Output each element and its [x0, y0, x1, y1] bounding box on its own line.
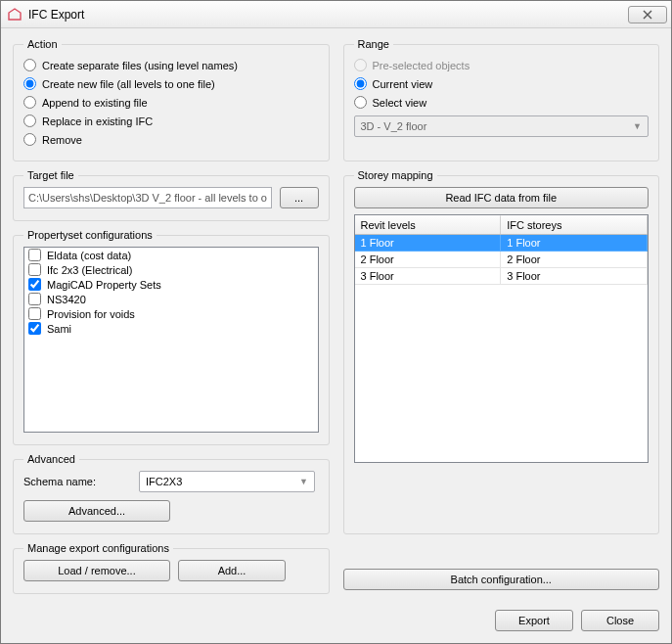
schema-label: Schema name:: [23, 476, 131, 487]
range-option-select[interactable]: Select view: [354, 93, 650, 112]
pset-check[interactable]: [28, 263, 41, 276]
action-label: Append to existing file: [42, 97, 148, 109]
action-radio[interactable]: [23, 77, 36, 90]
footer: Export Close: [1, 604, 671, 643]
browse-button[interactable]: ...: [280, 187, 319, 208]
chevron-down-icon: ▼: [633, 121, 642, 131]
list-item[interactable]: Ifc 2x3 (Electrical): [24, 262, 318, 277]
range-group: Range Pre-selected objects Current view …: [343, 38, 660, 161]
storey-body: 1 Floor 1 Floor 2 Floor 2 Floor 3 Floor …: [355, 235, 649, 462]
list-item[interactable]: MagiCAD Property Sets: [24, 277, 318, 292]
storey-header-right[interactable]: IFC storeys: [501, 215, 648, 234]
titlebar: IFC Export: [1, 1, 671, 28]
action-radio[interactable]: [23, 96, 36, 109]
propertyset-group: Propertyset configurations Eldata (cost …: [13, 229, 330, 445]
pset-check[interactable]: [28, 249, 41, 261]
cell-ifc: 3 Floor: [501, 268, 648, 285]
svg-marker-0: [9, 9, 21, 20]
batch-cell: Batch configuration...: [343, 538, 660, 598]
list-item[interactable]: Provision for voids: [24, 306, 318, 321]
export-button[interactable]: Export: [495, 610, 573, 631]
action-label: Create separate files (using level names…: [42, 60, 238, 71]
window-title: IFC Export: [28, 8, 628, 22]
list-item[interactable]: NS3420: [24, 292, 318, 306]
action-radio[interactable]: [23, 115, 36, 127]
cell-ifc: 1 Floor: [501, 235, 648, 252]
range-label: Select view: [373, 97, 427, 109]
action-option-newfile[interactable]: Create new file (all levels to one file): [23, 74, 319, 93]
pset-label: Eldata (cost data): [47, 250, 131, 261]
action-option-replace[interactable]: Replace in existing IFC: [23, 112, 319, 130]
advanced-button[interactable]: Advanced...: [23, 500, 170, 522]
storey-header-left[interactable]: Revit levels: [355, 215, 502, 234]
app-icon: [7, 7, 22, 23]
range-radio: [354, 59, 367, 71]
propertyset-list[interactable]: Eldata (cost data) Ifc 2x3 (Electrical) …: [23, 247, 319, 433]
dialog-window: IFC Export Action Create separate files …: [0, 0, 672, 644]
action-radio[interactable]: [23, 133, 36, 146]
targetfile-legend: Target file: [23, 169, 78, 181]
cell-revit: 1 Floor: [355, 235, 502, 252]
batch-config-button[interactable]: Batch configuration...: [343, 569, 660, 590]
pset-label: NS3420: [47, 294, 86, 305]
pset-label: Provision for voids: [47, 308, 135, 320]
list-item[interactable]: Eldata (cost data): [24, 248, 318, 262]
range-label: Pre-selected objects: [373, 60, 470, 71]
view-select-value: 3D - V_2 floor: [361, 120, 427, 132]
manage-group: Manage export configurations Load / remo…: [13, 542, 330, 594]
storey-table: Revit levels IFC storeys 1 Floor 1 Floor…: [354, 214, 650, 463]
cell-revit: 2 Floor: [355, 252, 502, 268]
storey-legend: Storey mapping: [354, 169, 437, 181]
pset-check[interactable]: [28, 322, 41, 335]
advanced-legend: Advanced: [23, 453, 79, 465]
schema-select[interactable]: IFC2X3 ▼: [139, 471, 315, 492]
action-group: Action Create separate files (using leve…: [13, 38, 330, 161]
table-row[interactable]: 3 Floor 3 Floor: [355, 268, 649, 285]
range-radio[interactable]: [354, 77, 367, 90]
action-option-remove[interactable]: Remove: [23, 130, 319, 149]
cell-ifc: 2 Floor: [501, 252, 648, 268]
action-radio[interactable]: [23, 59, 36, 71]
range-legend: Range: [354, 38, 393, 50]
table-row[interactable]: 1 Floor 1 Floor: [355, 235, 649, 252]
action-label: Replace in existing IFC: [42, 115, 153, 127]
view-select[interactable]: 3D - V_2 floor ▼: [354, 115, 650, 137]
cell-revit: 3 Floor: [355, 268, 502, 285]
manage-legend: Manage export configurations: [23, 542, 173, 554]
chevron-down-icon: ▼: [299, 477, 308, 486]
action-option-separate[interactable]: Create separate files (using level names…: [23, 56, 319, 74]
pset-label: Ifc 2x3 (Electrical): [47, 264, 132, 276]
close-icon[interactable]: [628, 6, 667, 23]
range-option-preselected: Pre-selected objects: [354, 56, 650, 74]
pset-check[interactable]: [28, 293, 41, 305]
action-option-append[interactable]: Append to existing file: [23, 93, 319, 112]
propertyset-legend: Propertyset configurations: [23, 229, 157, 241]
schema-value: IFC2X3: [146, 476, 182, 487]
table-row[interactable]: 2 Floor 2 Floor: [355, 252, 649, 268]
action-label: Remove: [42, 134, 82, 146]
content-area: Action Create separate files (using leve…: [1, 28, 671, 604]
advanced-group: Advanced Schema name: IFC2X3 ▼ Advanced.…: [13, 453, 330, 534]
load-remove-button[interactable]: Load / remove...: [23, 560, 170, 581]
read-ifc-button[interactable]: Read IFC data from file: [354, 187, 650, 208]
action-label: Create new file (all levels to one file): [42, 78, 215, 90]
targetfile-group: Target file ...: [13, 169, 330, 221]
range-radio[interactable]: [354, 96, 367, 109]
pset-label: MagiCAD Property Sets: [47, 279, 161, 291]
storey-group: Storey mapping Read IFC data from file R…: [343, 169, 660, 534]
list-item[interactable]: Sami: [24, 321, 318, 336]
pset-label: Sami: [47, 323, 71, 335]
range-option-current[interactable]: Current view: [354, 74, 650, 93]
storey-header: Revit levels IFC storeys: [355, 215, 649, 235]
pset-check[interactable]: [28, 307, 41, 320]
targetfile-input[interactable]: [23, 187, 272, 208]
action-legend: Action: [23, 38, 62, 50]
pset-check[interactable]: [28, 278, 41, 291]
range-label: Current view: [373, 78, 433, 90]
close-button[interactable]: Close: [581, 610, 659, 631]
add-button[interactable]: Add...: [178, 560, 286, 581]
